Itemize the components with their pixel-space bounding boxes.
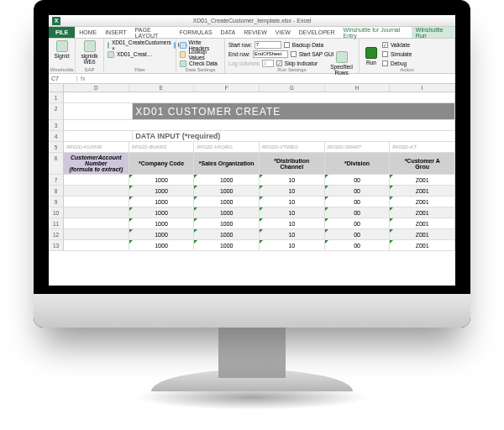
cell[interactable]: Z001 [390, 218, 455, 229]
group-files: Files [104, 67, 176, 72]
check-data-button[interactable]: Check Data [189, 60, 218, 66]
tab-data[interactable]: DATA [217, 27, 240, 38]
tab-file[interactable]: FILE [49, 27, 75, 38]
cell[interactable] [64, 218, 129, 229]
col-G[interactable]: G [260, 84, 325, 92]
group-data-settings: Data Settings [176, 67, 224, 72]
tab-review[interactable]: REVIEW [239, 27, 271, 38]
backup-data-checkbox[interactable] [284, 42, 290, 48]
cell[interactable]: 1000 [129, 175, 195, 186]
sap-login-button[interactable]: signidk WE6 [79, 40, 100, 65]
cell[interactable]: 00 [325, 240, 391, 251]
log-columns-input[interactable]: 2 [262, 60, 274, 67]
cell[interactable]: RF02D-KT [390, 142, 455, 153]
cell[interactable]: 00 [325, 229, 391, 240]
cell[interactable]: RF02D-VTWEG [260, 142, 325, 153]
formula-bar: C7 fx [49, 74, 455, 84]
debug-checkbox[interactable] [382, 60, 388, 66]
header-dist-channel[interactable]: *Distribution Channel [260, 153, 325, 175]
cell[interactable]: 1000 [129, 240, 195, 251]
cell[interactable]: 10 [260, 218, 325, 229]
cell[interactable]: 1000 [194, 240, 260, 251]
cell[interactable]: 1000 [129, 229, 195, 240]
header-customer-account[interactable]: CustomerAccount Number (formula to extra… [64, 153, 129, 175]
cell[interactable] [64, 197, 129, 207]
cell[interactable]: 1000 [194, 218, 260, 229]
cell[interactable]: 00 [325, 175, 391, 186]
col-D[interactable]: D [64, 84, 129, 92]
cell[interactable]: 1000 [194, 207, 260, 218]
cell[interactable]: 00 [325, 207, 391, 218]
tab-view[interactable]: VIEW [271, 27, 295, 38]
tab-page-layout[interactable]: PAGE LAYOUT [131, 27, 176, 38]
cell[interactable]: RF02D-VKORG [194, 142, 260, 153]
cell[interactable]: RF02D-SPART [325, 142, 391, 153]
header-company-code[interactable]: *Company Code [129, 153, 195, 175]
cell[interactable]: Z001 [390, 175, 455, 186]
fx-icon[interactable]: fx [77, 76, 88, 81]
header-sales-org[interactable]: *Sales Organization [194, 153, 260, 175]
cell[interactable] [64, 186, 129, 197]
cell[interactable]: Z001 [390, 240, 455, 251]
validate-checkbox[interactable]: ✓ [382, 42, 388, 48]
cell[interactable] [64, 229, 129, 240]
cell[interactable]: 10 [260, 229, 325, 240]
cell[interactable]: 00 [325, 186, 391, 197]
monitor-chin [34, 294, 470, 328]
cell[interactable]: 00 [325, 197, 391, 207]
name-box[interactable]: C7 [49, 76, 77, 81]
start-row-input[interactable]: 7 [255, 41, 281, 49]
worksheet-grid[interactable]: 1 2 XD01 CUSTOMER CREATE 3 4 DATA INPUT … [49, 92, 455, 251]
cell[interactable] [64, 207, 129, 218]
cell[interactable]: 10 [260, 197, 325, 207]
cell[interactable] [64, 103, 133, 120]
tab-insert[interactable]: INSERT [101, 27, 131, 38]
col-H[interactable]: H [325, 84, 391, 92]
cell[interactable]: 10 [260, 175, 325, 186]
cell[interactable] [64, 240, 129, 251]
start-row-label: Start row: [228, 42, 252, 48]
cell[interactable]: RF02D-KUNNR [64, 142, 129, 153]
cell[interactable]: Z001 [390, 186, 455, 197]
col-I[interactable]: I [390, 84, 455, 92]
simulate-checkbox[interactable] [382, 51, 388, 57]
tab-formulas[interactable]: FORMULAS [176, 27, 217, 38]
tab-winshuttle-run[interactable]: Winshuttle Run [412, 27, 455, 38]
cell[interactable]: 1000 [194, 186, 260, 197]
cell[interactable]: 10 [260, 240, 325, 251]
cell[interactable]: RF02D-BUKRS [129, 142, 195, 153]
tab-home[interactable]: HOME [75, 27, 101, 38]
cell[interactable]: 1000 [129, 197, 195, 207]
cell[interactable]: 10 [260, 186, 325, 197]
group-actions: Action [360, 67, 454, 72]
cell[interactable] [64, 175, 129, 186]
header-division[interactable]: *Division [325, 153, 391, 175]
cell[interactable]: Z001 [390, 229, 455, 240]
cell[interactable]: 00 [325, 218, 391, 229]
skip-indicator-checkbox[interactable]: ✓ [276, 60, 282, 66]
cell[interactable]: 10 [260, 207, 325, 218]
file-item-1[interactable]: XD01_Creat… [117, 51, 152, 57]
cell[interactable]: 1000 [194, 197, 260, 207]
cell[interactable]: 1000 [129, 218, 195, 229]
info-icon [174, 42, 176, 49]
start-sap-gui-checkbox[interactable] [291, 51, 297, 57]
cell[interactable] [64, 131, 133, 142]
cell[interactable]: 1000 [129, 186, 195, 197]
sap-label: signidk WE6 [81, 53, 97, 65]
group-winshuttle: Winshuttle [49, 67, 75, 72]
col-F[interactable]: F [194, 84, 260, 92]
header-customer-group[interactable]: *Customer A Grou [390, 153, 455, 175]
tab-developer[interactable]: DEVELOPER [295, 27, 339, 38]
cell[interactable]: 1000 [194, 175, 260, 186]
cell[interactable]: 1000 [194, 229, 260, 240]
cell[interactable]: Z001 [390, 207, 455, 218]
cell[interactable]: Z001 [390, 197, 455, 207]
signid-button[interactable]: Signid [52, 40, 71, 59]
tab-winshuttle-je[interactable]: Winshuttle for Journal Entry [339, 27, 412, 38]
cell[interactable]: 1000 [129, 207, 195, 218]
title-bar: X XD01_CreateCustomer_template.xlsx - Ex… [49, 15, 455, 27]
col-E[interactable]: E [129, 84, 195, 92]
skip-indicator-label: Skip Indicator [285, 60, 318, 66]
end-row-input[interactable]: EndOfSheet [253, 50, 288, 58]
